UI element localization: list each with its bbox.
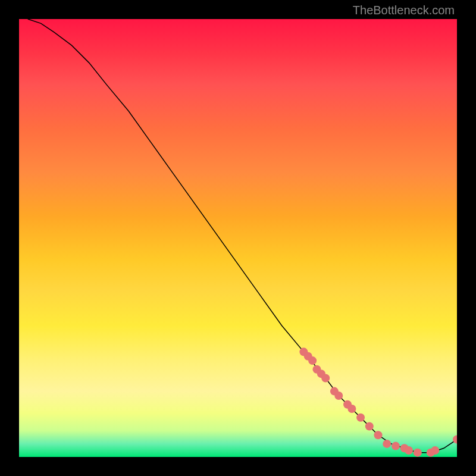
chart-svg bbox=[19, 19, 457, 457]
data-markers bbox=[299, 347, 457, 456]
marker-dot bbox=[347, 405, 356, 413]
marker-dot bbox=[308, 356, 317, 365]
marker-dot bbox=[414, 449, 422, 457]
marker-dot bbox=[356, 414, 365, 422]
marker-dot bbox=[453, 436, 457, 444]
marker-dot bbox=[392, 442, 400, 450]
marker-dot bbox=[321, 374, 330, 383]
marker-dot bbox=[334, 392, 343, 400]
marker-dot bbox=[365, 422, 374, 430]
watermark-text: TheBottleneck.com bbox=[353, 4, 455, 17]
curve-line bbox=[28, 19, 457, 453]
marker-dot bbox=[431, 446, 439, 455]
marker-dot bbox=[374, 431, 383, 439]
marker-dot bbox=[405, 446, 413, 455]
chart-background bbox=[19, 19, 457, 457]
marker-dot bbox=[383, 440, 391, 448]
